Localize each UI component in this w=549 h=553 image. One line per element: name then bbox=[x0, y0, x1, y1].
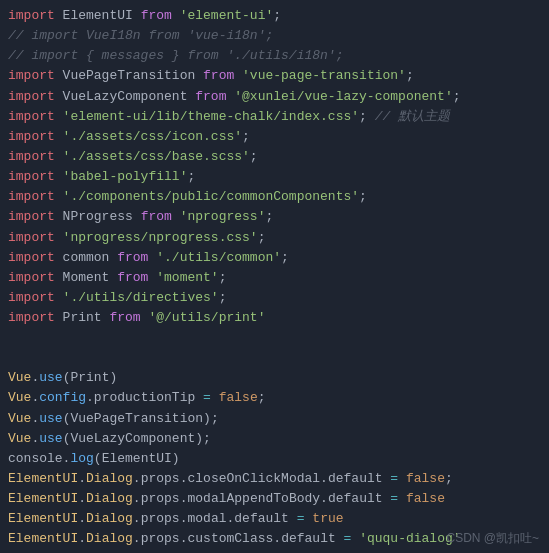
paren-token: ) bbox=[195, 429, 203, 449]
method-token: use bbox=[39, 429, 62, 449]
kw-token: import bbox=[8, 268, 63, 288]
dot-token: . bbox=[63, 449, 71, 469]
special-token: Dialog bbox=[86, 529, 133, 549]
semi-token: ; bbox=[219, 268, 227, 288]
semi-token: ; bbox=[219, 288, 227, 308]
str-token: 'babel-polyfill' bbox=[63, 167, 188, 187]
kw-token: import bbox=[8, 207, 63, 227]
str-token: 'nprogress/nprogress.css' bbox=[63, 228, 258, 248]
line-2: // import { messages } from './utils/i18… bbox=[8, 46, 541, 66]
paren-token: ) bbox=[203, 409, 211, 429]
line-8: import 'babel-polyfill'; bbox=[8, 167, 541, 187]
line-15: import Print from '@/utils/print' bbox=[8, 308, 541, 328]
str-token: './assets/css/base.scss' bbox=[63, 147, 250, 167]
dot-token: . bbox=[31, 368, 39, 388]
id-token: Print bbox=[63, 308, 110, 328]
watermark: CSDN @凯扣吐~ bbox=[446, 529, 539, 548]
special-token: Vue bbox=[8, 368, 31, 388]
str-token: './components/public/commonComponents' bbox=[63, 187, 359, 207]
id-token: ElementUI bbox=[102, 449, 172, 469]
method-token: use bbox=[39, 368, 62, 388]
dot-token: . bbox=[31, 429, 39, 449]
bool-token: true bbox=[312, 509, 343, 529]
special-token: ElementUI bbox=[8, 529, 78, 549]
method-token: use bbox=[39, 409, 62, 429]
paren-token: ( bbox=[63, 409, 71, 429]
eq-token: = bbox=[297, 509, 313, 529]
semi-token: ; bbox=[187, 167, 195, 187]
id-token: console bbox=[8, 449, 63, 469]
id-token: default bbox=[234, 509, 296, 529]
str-token: 'vue-page-transition' bbox=[242, 66, 406, 86]
semi-token: ; bbox=[242, 127, 250, 147]
bool-token: false bbox=[406, 489, 445, 509]
dot-token: . bbox=[133, 469, 141, 489]
dot-token: . bbox=[78, 469, 86, 489]
dot-token: . bbox=[320, 469, 328, 489]
special-token: Vue bbox=[8, 409, 31, 429]
line-3: import VuePageTransition from 'vue-page-… bbox=[8, 66, 541, 86]
comment-token: // import { messages } from './utils/i18… bbox=[8, 46, 343, 66]
semi-token: ; bbox=[359, 107, 375, 127]
line-6: import './assets/css/icon.css'; bbox=[8, 127, 541, 147]
id-token: VuePageTransition bbox=[63, 66, 203, 86]
paren-token: ( bbox=[63, 368, 71, 388]
paren-token: ) bbox=[109, 368, 117, 388]
comment-token: // import VueI18n from 'vue-i18n'; bbox=[8, 26, 273, 46]
semi-token: ; bbox=[445, 469, 453, 489]
eq-token: = bbox=[390, 469, 406, 489]
line-22: console.log(ElementUI) bbox=[8, 449, 541, 469]
line-20: Vue.use(VuePageTransition); bbox=[8, 409, 541, 429]
kw-token: import bbox=[8, 308, 63, 328]
id-token: props bbox=[141, 469, 180, 489]
kw-token: import bbox=[8, 248, 63, 268]
id-token: Moment bbox=[63, 268, 118, 288]
from-kw-token: from bbox=[117, 248, 156, 268]
semi-token: ; bbox=[265, 207, 273, 227]
line-9: import './components/public/commonCompon… bbox=[8, 187, 541, 207]
special-token: Dialog bbox=[86, 509, 133, 529]
id-token: NProgress bbox=[63, 207, 141, 227]
dot-token: . bbox=[133, 509, 141, 529]
special-token: Dialog bbox=[86, 469, 133, 489]
special-token: Vue bbox=[8, 429, 31, 449]
str-token: '@xunlei/vue-lazy-component' bbox=[234, 87, 452, 107]
id-token: VueLazyComponent bbox=[63, 87, 196, 107]
dot-token: . bbox=[86, 388, 94, 408]
id-token: VueLazyComponent bbox=[70, 429, 195, 449]
kw-token: import bbox=[8, 127, 63, 147]
line-10: import NProgress from 'nprogress'; bbox=[8, 207, 541, 227]
dot-token: . bbox=[227, 509, 235, 529]
str-token: 'moment' bbox=[156, 268, 218, 288]
line-14: import './utils/directives'; bbox=[8, 288, 541, 308]
str-token: './assets/css/icon.css' bbox=[63, 127, 242, 147]
str-token: 'nprogress' bbox=[180, 207, 266, 227]
line-4: import VueLazyComponent from '@xunlei/vu… bbox=[8, 87, 541, 107]
special-token: ElementUI bbox=[8, 469, 78, 489]
comment-token: // 默认主题 bbox=[375, 107, 450, 127]
dot-token: . bbox=[31, 388, 39, 408]
semi-token: ; bbox=[281, 248, 289, 268]
kw-token: import bbox=[8, 187, 63, 207]
dot-token: . bbox=[320, 489, 328, 509]
kw-token: import bbox=[8, 228, 63, 248]
kw-token: import bbox=[8, 66, 63, 86]
id-token: modalAppendToBody bbox=[187, 489, 320, 509]
kw-token: import bbox=[8, 147, 63, 167]
dot-token: . bbox=[78, 529, 86, 549]
line-21: Vue.use(VueLazyComponent); bbox=[8, 429, 541, 449]
from-kw-token: from bbox=[195, 87, 234, 107]
id-token: productionTip bbox=[94, 388, 203, 408]
line-19: Vue.config.productionTip = false; bbox=[8, 388, 541, 408]
str-token: './utils/common' bbox=[156, 248, 281, 268]
dot-token: . bbox=[273, 529, 281, 549]
line-12: import common from './utils/common'; bbox=[8, 248, 541, 268]
kw-token: import bbox=[8, 107, 63, 127]
id-token: VuePageTransition bbox=[70, 409, 203, 429]
id-token: customClass bbox=[187, 529, 273, 549]
id-token: props bbox=[141, 509, 180, 529]
special-token: ElementUI bbox=[8, 509, 78, 529]
kw-token: import bbox=[8, 6, 63, 26]
line-24: ElementUI.Dialog.props.modalAppendToBody… bbox=[8, 489, 541, 509]
line-16 bbox=[8, 328, 541, 348]
